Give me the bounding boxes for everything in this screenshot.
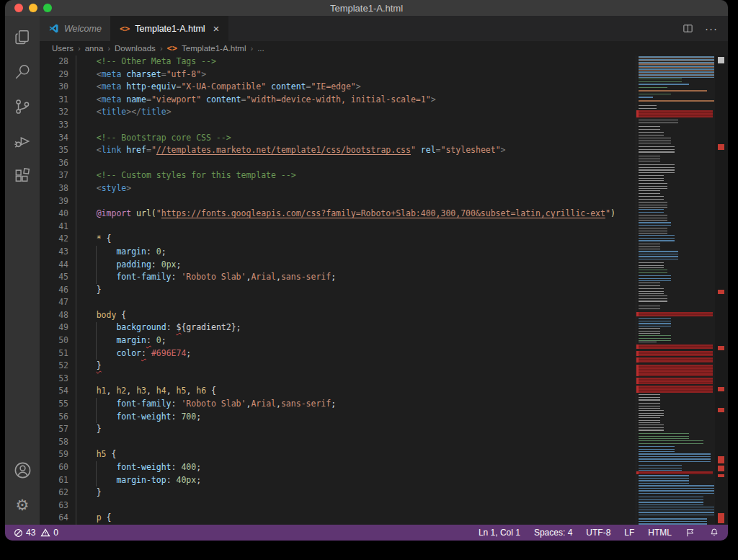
code-line[interactable]: 60 font-weight: 400; (40, 461, 636, 474)
notifications-bell-icon[interactable] (709, 528, 719, 538)
breadcrumb-item[interactable]: Downloads (115, 44, 156, 53)
code-line[interactable]: 44 padding: 0px; (40, 259, 636, 272)
code-line[interactable]: 56 font-weight: 700; (40, 411, 636, 424)
error-mark (718, 513, 724, 523)
error-mark (718, 466, 724, 471)
code-line[interactable]: 37 <!-- Custom styles for this template … (40, 169, 636, 182)
encoding[interactable]: UTF-8 (586, 528, 610, 538)
overview-ruler[interactable] (715, 55, 728, 525)
line-number: 57 (40, 423, 68, 436)
code-line[interactable]: 30 <meta http-equiv="X-UA-Compatible" co… (40, 81, 636, 94)
breadcrumb-item[interactable]: ... (257, 44, 264, 53)
language-mode[interactable]: HTML (648, 528, 672, 538)
code-line[interactable]: 53 (40, 373, 636, 386)
code-line[interactable]: 48 body { (40, 309, 636, 322)
code-line[interactable]: 52 } (40, 360, 636, 373)
cursor-position[interactable]: Ln 1, Col 1 (479, 528, 520, 538)
tab-close-icon[interactable]: × (213, 22, 220, 35)
breadcrumb: Users › anna › Downloads › <> Template1-… (40, 41, 728, 55)
code-line[interactable]: 50 margin: 0; (40, 334, 636, 347)
breadcrumb-item[interactable]: anna (85, 44, 104, 53)
minimap-band (639, 453, 711, 463)
code-line[interactable]: 32 <title></title> (40, 106, 636, 119)
accounts-icon[interactable] (5, 453, 40, 487)
screen: { "colors": { "statusbar": "#5f3572", "t… (0, 0, 738, 560)
minimap-band (639, 222, 671, 226)
code-line[interactable]: 45 font-family: 'Roboto Slab',Arial,sans… (40, 271, 636, 284)
code-line[interactable]: 58 (40, 436, 636, 449)
minimap-band (639, 244, 660, 249)
line-number: 52 (40, 360, 68, 373)
code-line[interactable]: 42 * { (40, 233, 636, 246)
eol-sequence[interactable]: LF (624, 528, 634, 538)
code-line[interactable]: 51 color: #696E74; (40, 347, 636, 360)
code-line[interactable]: 63 (40, 499, 636, 512)
minimize-window-button[interactable] (29, 4, 37, 12)
code-line[interactable]: 34 <!-- Bootstrap core CSS --> (40, 132, 636, 145)
minimap-band (639, 79, 682, 83)
code-line[interactable]: 40 @import url("https://fonts.googleapis… (40, 208, 636, 221)
code-line[interactable]: 47 (40, 296, 636, 309)
minimap-band (639, 410, 664, 416)
code-line[interactable]: 36 (40, 157, 636, 170)
traffic-lights (14, 4, 52, 12)
code-line[interactable]: 61 margin-top: 40px; (40, 474, 636, 487)
line-number: 43 (40, 246, 68, 259)
code-line[interactable]: 38 <style> (40, 182, 636, 195)
code-line[interactable]: 35 <link href="//templates.marketo.net/t… (40, 144, 636, 157)
breadcrumb-item[interactable]: Users (52, 44, 74, 53)
code-line[interactable]: 28 <!-- Other Meta Tags --> (40, 55, 636, 68)
indentation[interactable]: Spaces: 4 (534, 528, 572, 538)
minimap-band (639, 84, 689, 86)
code-line[interactable]: 33 (40, 119, 636, 132)
code-line[interactable]: 49 background: ${gradient2}; (40, 321, 636, 334)
source-control-icon[interactable] (5, 89, 40, 124)
minimap-band (639, 518, 707, 525)
close-window-button[interactable] (14, 4, 23, 12)
minimap[interactable] (636, 55, 715, 525)
code-line[interactable]: 54 h1, h2, h3, h4, h5, h6 { (40, 385, 636, 398)
cursor-position-marker (718, 57, 724, 63)
line-number: 49 (40, 321, 68, 334)
settings-gear-icon[interactable]: ⚙ (5, 487, 40, 522)
code-line[interactable]: 41 (40, 221, 636, 234)
error-icon (14, 528, 23, 538)
minimap-band (639, 425, 664, 432)
zoom-window-button[interactable] (43, 4, 52, 12)
feedback-icon[interactable] (685, 528, 695, 538)
code-line[interactable]: 31 <meta name="viewport" content="width=… (40, 94, 636, 107)
more-actions-icon[interactable]: ··· (705, 22, 718, 35)
code-line[interactable]: 55 font-family: 'Roboto Slab',Arial,sans… (40, 398, 636, 411)
line-number: 48 (40, 309, 68, 322)
minimap-band (639, 146, 675, 154)
search-icon[interactable] (5, 55, 40, 89)
code-line[interactable]: 64 p { (40, 512, 636, 525)
minimap-band (639, 465, 682, 471)
code-text: body { (76, 309, 126, 322)
tab-template1-a[interactable]: <> Template1-A.html × (111, 16, 228, 41)
split-editor-icon[interactable] (683, 23, 693, 34)
problems-indicator[interactable]: 43 0 (14, 528, 58, 538)
minimap-band (639, 138, 671, 143)
explorer-icon[interactable] (5, 20, 40, 55)
line-number: 50 (40, 334, 68, 347)
line-number: 54 (40, 385, 68, 398)
code-line[interactable]: 59 h5 { (40, 448, 636, 461)
code-line[interactable]: 57 } (40, 423, 636, 436)
tab-welcome[interactable]: Welcome (40, 16, 111, 41)
run-debug-icon[interactable] (5, 124, 40, 159)
extensions-icon[interactable] (5, 159, 40, 193)
activity-bar: ⚙ (5, 16, 40, 525)
breadcrumb-item[interactable]: Template1-A.html (182, 44, 246, 53)
code-area[interactable]: 28 <!-- Other Meta Tags -->29 <meta char… (40, 55, 636, 525)
code-line[interactable]: 39 (40, 195, 636, 208)
code-line[interactable]: 29 <meta charset="utf-8"> (40, 68, 636, 81)
code-line[interactable]: 62 } (40, 486, 636, 499)
code-text: margin: 0; (76, 334, 166, 347)
code-line[interactable]: 46 } (40, 284, 636, 297)
indent-guide (76, 55, 76, 525)
minimap-band (639, 270, 667, 274)
code-line[interactable]: 43 margin: 0; (40, 246, 636, 259)
code-text: color: #696E74; (76, 347, 191, 360)
minimap-band (639, 403, 660, 409)
